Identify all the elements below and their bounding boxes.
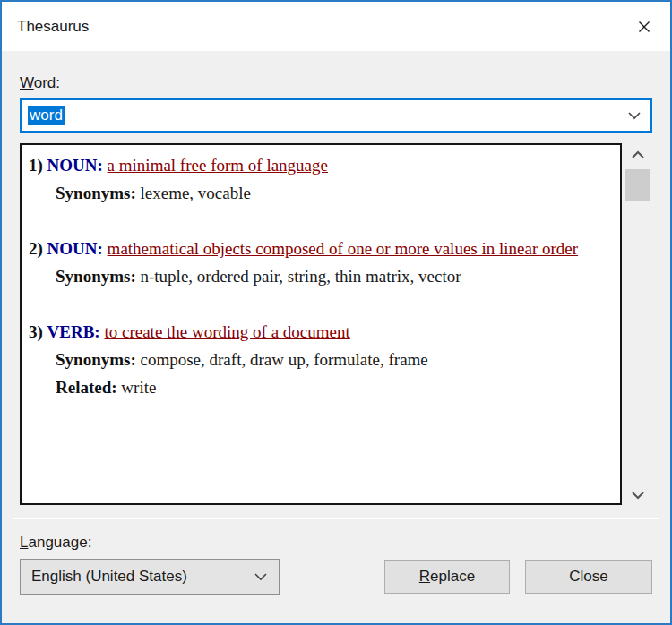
word-label: Word:	[20, 74, 652, 92]
entry-head: 2) NOUN: mathematical objects composed o…	[29, 235, 613, 262]
entry-number: 3)	[29, 322, 43, 341]
detail-text: compose, draft, draw up, formulate, fram…	[141, 350, 428, 369]
entry-details: Synonyms: n-tuple, ordered pair, string,…	[29, 262, 613, 290]
title-bar: Thesaurus	[2, 2, 670, 51]
scroll-down-button[interactable]	[625, 487, 650, 503]
entry-pos: NOUN:	[47, 239, 103, 258]
chevron-down-icon	[627, 111, 642, 120]
definition-link[interactable]: mathematical objects composed of one or …	[108, 239, 578, 258]
detail-text: write	[121, 378, 156, 397]
dialog-body: Word: word 1) NOUN: a minimal free form …	[2, 51, 670, 595]
entry-head: 3) VERB: to create the wording of a docu…	[29, 318, 613, 346]
thesaurus-dialog: Thesaurus Word: word 1) NOUN: a minimal …	[0, 0, 672, 625]
language-dropdown-button[interactable]	[254, 568, 268, 586]
detail-label: Synonyms:	[56, 350, 136, 369]
close-icon	[637, 20, 651, 34]
close-window-button[interactable]	[631, 13, 658, 40]
replace-button[interactable]: Replace	[384, 560, 510, 594]
entry-detail-line: Synonyms: lexeme, vocable	[56, 179, 613, 207]
detail-text: lexeme, vocable	[141, 184, 251, 202]
entry-pos: NOUN:	[47, 156, 103, 175]
entry-details: Synonyms: lexeme, vocable	[29, 179, 613, 207]
scroll-up-button[interactable]	[625, 147, 650, 163]
entry-number: 2)	[29, 239, 43, 258]
entry-head: 1) NOUN: a minimal free form of language	[29, 151, 613, 179]
entry-number: 1)	[29, 156, 43, 175]
detail-label: Synonyms:	[56, 267, 136, 286]
results-area: 1) NOUN: a minimal free form of language…	[20, 143, 652, 505]
chevron-down-icon	[254, 572, 268, 581]
word-input[interactable]: word	[20, 98, 652, 133]
language-label: Language:	[20, 534, 652, 552]
entry-details: Synonyms: compose, draft, draw up, formu…	[29, 346, 613, 401]
entry-detail-line: Synonyms: compose, draft, draw up, formu…	[56, 346, 613, 373]
definition-link[interactable]: to create the wording of a document	[104, 322, 349, 341]
chevron-down-icon	[631, 491, 645, 500]
word-input-selected-text: word	[28, 106, 65, 125]
definition-link[interactable]: a minimal free form of language	[108, 156, 328, 175]
thesaurus-entry: 2) NOUN: mathematical objects composed o…	[29, 235, 613, 290]
entry-detail-line: Synonyms: n-tuple, ordered pair, string,…	[56, 262, 613, 290]
language-select[interactable]: English (United States)	[20, 559, 280, 595]
scrollbar-thumb[interactable]	[625, 169, 650, 201]
entry-detail-line: Related: write	[56, 373, 613, 401]
results-scrollbar[interactable]	[625, 143, 650, 505]
thesaurus-entry: 3) VERB: to create the wording of a docu…	[29, 318, 613, 401]
section-divider	[13, 518, 659, 519]
detail-text: n-tuple, ordered pair, string, thin matr…	[141, 267, 461, 286]
definition-list: 1) NOUN: a minimal free form of language…	[20, 143, 622, 505]
language-select-value: English (United States)	[31, 568, 187, 586]
detail-label: Related:	[56, 378, 117, 397]
chevron-up-icon	[631, 150, 645, 159]
word-dropdown-button[interactable]	[627, 107, 642, 124]
window-title: Thesaurus	[17, 18, 89, 36]
bottom-controls: English (United States) Replace Close	[20, 559, 652, 595]
close-button[interactable]: Close	[525, 560, 652, 594]
entry-pos: VERB:	[47, 322, 100, 341]
thesaurus-entry: 1) NOUN: a minimal free form of language…	[29, 151, 613, 207]
detail-label: Synonyms:	[56, 184, 136, 202]
